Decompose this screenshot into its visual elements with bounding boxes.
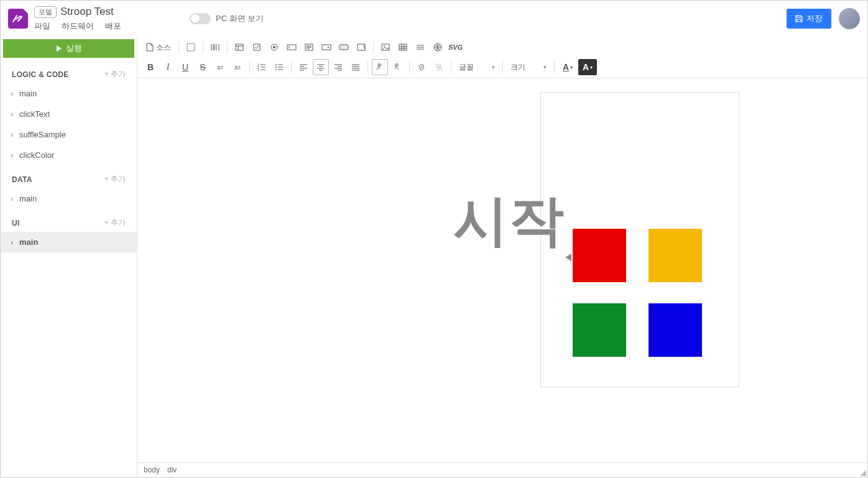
user-avatar[interactable] bbox=[839, 8, 860, 29]
hr-button[interactable] bbox=[412, 39, 428, 55]
swatch-blue[interactable] bbox=[649, 303, 702, 357]
menu-hardware[interactable]: 하드웨어 bbox=[62, 21, 94, 32]
svg-point-17 bbox=[275, 64, 277, 65]
button-button[interactable] bbox=[336, 39, 352, 55]
barcode-button[interactable] bbox=[207, 39, 223, 55]
source-label: 소스 bbox=[156, 42, 171, 53]
underline-button[interactable]: U bbox=[177, 59, 193, 75]
separator bbox=[249, 61, 250, 73]
svg-point-11 bbox=[384, 45, 385, 47]
bg-color-button[interactable]: A▾ bbox=[578, 59, 597, 75]
save-button-label: 저장 bbox=[806, 13, 823, 24]
section-header-logic: LOGIC & CODE + 추가 bbox=[1, 60, 137, 83]
menu-deploy[interactable]: 배포 bbox=[105, 21, 121, 32]
toolbar: 소스 SVG bbox=[137, 37, 867, 78]
separator bbox=[291, 61, 292, 73]
breadcrumb-div[interactable]: div bbox=[167, 466, 177, 475]
data-item-main[interactable]: main bbox=[1, 188, 137, 209]
select-button[interactable] bbox=[318, 39, 335, 55]
italic-button[interactable]: I bbox=[160, 59, 176, 75]
separator bbox=[409, 61, 410, 73]
section-title-logic: LOGIC & CODE bbox=[12, 70, 69, 79]
separator bbox=[203, 41, 203, 53]
swatch-red[interactable] bbox=[573, 229, 626, 282]
sidebar: 실행 LOGIC & CODE + 추가 main clickText suff… bbox=[1, 37, 137, 477]
table-button[interactable] bbox=[395, 39, 411, 55]
separator bbox=[451, 61, 451, 73]
bold-button[interactable]: B bbox=[142, 59, 159, 75]
ui-item-main[interactable]: main bbox=[1, 232, 137, 252]
svg-rect-7 bbox=[322, 45, 331, 50]
font-dropdown[interactable]: 글꼴 bbox=[455, 60, 499, 75]
image-button[interactable] bbox=[377, 39, 394, 55]
selection-marker-icon bbox=[565, 254, 571, 261]
pc-view-toggle-group: PC 화면 보기 bbox=[190, 13, 264, 24]
separator bbox=[502, 61, 503, 73]
model-badge: 모델 bbox=[34, 6, 57, 18]
app-root: 모델 Stroop Test 파일 하드웨어 배포 PC 화면 보기 저장 bbox=[0, 0, 868, 478]
link-button[interactable] bbox=[413, 59, 430, 75]
add-logic-button[interactable]: + 추가 bbox=[104, 69, 126, 80]
align-left-button[interactable] bbox=[295, 59, 312, 75]
section-header-data: DATA + 추가 bbox=[1, 165, 137, 188]
section-header-ui: UI + 추가 bbox=[1, 209, 137, 232]
align-right-button[interactable] bbox=[330, 59, 346, 75]
rtl-button[interactable] bbox=[389, 59, 405, 75]
logic-item-main[interactable]: main bbox=[1, 83, 137, 104]
run-button[interactable]: 실행 bbox=[3, 39, 134, 58]
ol-button[interactable]: 123 bbox=[254, 59, 270, 75]
ltr-button[interactable] bbox=[372, 59, 388, 75]
radio-button[interactable] bbox=[266, 39, 282, 55]
section-title-data: DATA bbox=[12, 175, 32, 184]
body: 실행 LOGIC & CODE + 추가 main clickText suff… bbox=[1, 37, 867, 477]
run-button-label: 실행 bbox=[66, 43, 82, 54]
svg-rect-1 bbox=[236, 44, 243, 50]
logic-item-clickcolor[interactable]: clickColor bbox=[1, 145, 137, 165]
checkbox-button[interactable] bbox=[249, 39, 265, 55]
form-button[interactable] bbox=[231, 39, 247, 55]
project-title[interactable]: Stroop Test bbox=[60, 6, 114, 18]
size-dropdown[interactable]: 크기 bbox=[507, 60, 550, 75]
editor: 소스 SVG bbox=[137, 37, 867, 477]
add-data-button[interactable]: + 추가 bbox=[104, 174, 126, 185]
save-button[interactable]: 저장 bbox=[787, 9, 831, 29]
swatch-orange[interactable] bbox=[649, 229, 702, 282]
source-button[interactable]: 소스 bbox=[142, 39, 175, 55]
svg-button[interactable]: SVG bbox=[447, 39, 464, 55]
main-menu: 파일 하드웨어 배포 bbox=[34, 21, 121, 32]
separator bbox=[367, 61, 368, 73]
add-ui-button[interactable]: + 추가 bbox=[104, 218, 126, 228]
canvas[interactable]: 시작 bbox=[137, 78, 867, 462]
align-justify-button[interactable] bbox=[348, 59, 364, 75]
imagebutton-button[interactable] bbox=[353, 39, 369, 55]
title-group: 모델 Stroop Test 파일 하드웨어 배포 bbox=[34, 6, 121, 32]
template-button[interactable] bbox=[183, 39, 199, 55]
svg-point-4 bbox=[273, 46, 275, 48]
breadcrumb-body[interactable]: body bbox=[144, 466, 160, 475]
align-center-button[interactable] bbox=[313, 59, 329, 75]
canvas-heading-text[interactable]: 시작 bbox=[453, 184, 565, 258]
globe-button[interactable] bbox=[430, 39, 446, 55]
section-title-ui: UI bbox=[12, 219, 20, 228]
text-color-button[interactable]: A▾ bbox=[558, 59, 577, 75]
separator bbox=[178, 41, 179, 53]
ul-button[interactable] bbox=[271, 59, 287, 75]
subscript-button[interactable]: x2 bbox=[212, 59, 228, 75]
pc-view-label: PC 화면 보기 bbox=[216, 13, 264, 24]
textarea-button[interactable] bbox=[301, 39, 317, 55]
resize-handle-icon[interactable] bbox=[860, 470, 866, 476]
svg-text:3: 3 bbox=[257, 68, 259, 71]
pc-view-toggle[interactable] bbox=[190, 13, 211, 24]
svg-rect-5 bbox=[287, 45, 296, 50]
menu-file[interactable]: 파일 bbox=[34, 21, 50, 32]
swatch-green[interactable] bbox=[573, 303, 626, 357]
svg-point-18 bbox=[275, 67, 277, 68]
unlink-button[interactable] bbox=[431, 59, 447, 75]
superscript-button[interactable]: x2 bbox=[229, 59, 246, 75]
logic-item-sufflesample[interactable]: suffleSample bbox=[1, 124, 137, 145]
strike-button[interactable]: S bbox=[195, 59, 211, 75]
svg-rect-9 bbox=[358, 44, 365, 50]
app-icon bbox=[8, 9, 28, 29]
logic-item-clicktext[interactable]: clickText bbox=[1, 104, 137, 124]
textfield-button[interactable] bbox=[284, 39, 300, 55]
